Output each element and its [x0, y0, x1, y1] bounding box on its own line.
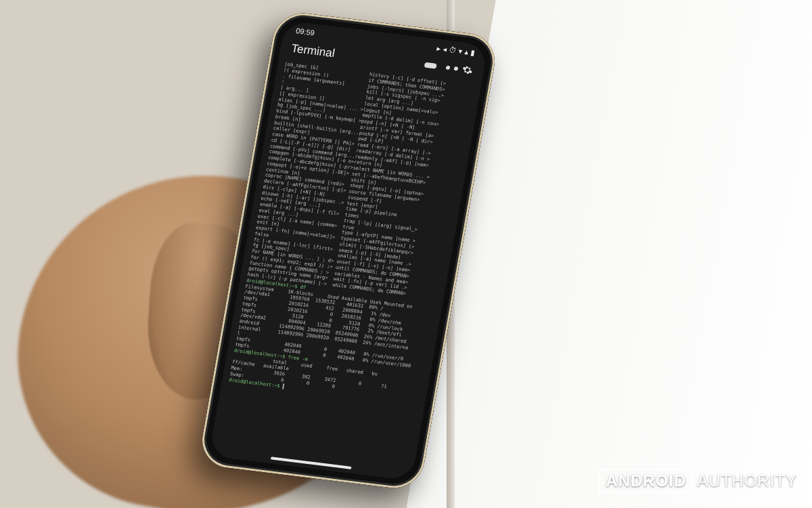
watermark: ANDROID AUTHORITY — [599, 469, 797, 493]
dot-icon — [446, 66, 451, 70]
dot-icon — [453, 66, 458, 71]
watermark-brand: ANDROID — [599, 469, 693, 493]
status-time: 09:59 — [295, 26, 315, 37]
app-title: Terminal — [290, 42, 336, 61]
gesture-bar[interactable] — [271, 457, 352, 469]
status-icons: ▸ ◂ ⏱ ▾ ▴ ▮ — [436, 43, 475, 57]
header-pill-icon — [424, 62, 437, 69]
header-actions — [424, 60, 474, 77]
watermark-text: AUTHORITY — [697, 471, 797, 490]
terminal-output[interactable]: job_spec [&] history [-c] [-d offset] [>… — [220, 58, 482, 416]
gear-icon[interactable] — [461, 64, 474, 77]
photo-scene: 09:59 ▸ ◂ ⏱ ▾ ▴ ▮ Terminal job_spec [&] … — [0, 0, 812, 508]
